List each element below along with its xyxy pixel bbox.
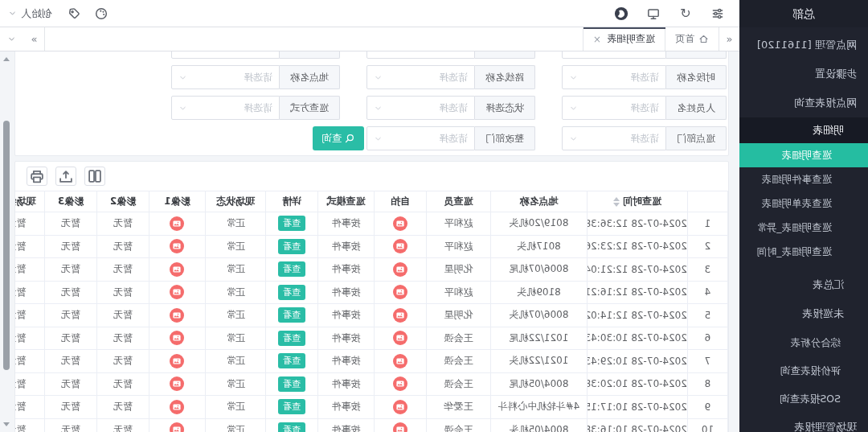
filter-select[interactable]: 请选择 xyxy=(562,96,666,120)
filter-select[interactable]: 请选择 xyxy=(171,96,280,120)
filter-select[interactable]: 请选择 xyxy=(171,65,280,89)
scrollbar-thumb[interactable] xyxy=(3,121,10,370)
palette-icon[interactable] xyxy=(94,6,108,21)
view-button[interactable]: 查看 xyxy=(278,285,305,300)
sidebar-item-8[interactable]: 巡查明细表_时间 xyxy=(739,240,868,264)
tag-icon[interactable] xyxy=(67,6,81,21)
photo-thumbnail-icon[interactable] xyxy=(393,239,407,253)
close-icon[interactable]: × xyxy=(593,35,601,44)
tabs-scroll-right[interactable]: » xyxy=(24,27,45,51)
photo-thumbnail-icon[interactable] xyxy=(393,331,407,345)
filter-select[interactable] xyxy=(366,51,475,59)
scroll-up-icon[interactable] xyxy=(3,56,10,63)
cell: 按事件 xyxy=(318,235,375,258)
printer-icon[interactable] xyxy=(27,167,47,186)
screen-icon[interactable] xyxy=(646,6,661,21)
filter-select[interactable]: 请选择 xyxy=(366,65,475,89)
sidebar-item-3[interactable]: 明细表 xyxy=(739,117,868,143)
view-button[interactable]: 查看 xyxy=(278,307,305,323)
selfie-cell xyxy=(375,304,427,327)
photo-thumbnail-icon[interactable] xyxy=(170,354,185,368)
sidebar-item-11[interactable]: 综合分析表 xyxy=(739,328,868,356)
search-button[interactable]: 查询 xyxy=(313,126,364,150)
view-button[interactable]: 查看 xyxy=(278,376,305,392)
photo-thumbnail-icon[interactable] xyxy=(170,308,185,323)
tabs-dropdown[interactable] xyxy=(0,27,24,51)
chevron-down-icon xyxy=(374,104,383,113)
view-button[interactable]: 查看 xyxy=(278,261,305,277)
photo-thumbnail-icon[interactable] xyxy=(170,262,185,277)
filter-select[interactable]: 请选择 xyxy=(366,126,475,150)
sidebar-item-13[interactable]: SOS报表查询 xyxy=(739,385,868,413)
sidebar-item-7[interactable]: 巡查明细表_异常 xyxy=(739,216,868,240)
cell: 暂无 xyxy=(45,418,97,432)
sort-icon[interactable] xyxy=(613,197,620,207)
sidebar-item-14[interactable]: 现场管理报表 xyxy=(739,413,868,432)
refresh-icon[interactable]: ↺ xyxy=(678,6,693,21)
photo-thumbnail-icon[interactable] xyxy=(393,422,407,432)
cell: 2024-07-28 12:16:21 xyxy=(588,281,688,304)
view-button[interactable]: 查看 xyxy=(278,399,305,414)
photo-thumbnail-icon[interactable] xyxy=(393,400,407,414)
cell: 2 xyxy=(688,235,728,258)
sidebar-item-6[interactable]: 巡查表单明细表 xyxy=(739,191,868,216)
scroll-down-icon[interactable] xyxy=(3,421,10,427)
filter-select[interactable]: 请选择 xyxy=(562,65,666,89)
tab-home[interactable]: 首页 xyxy=(665,27,719,51)
cell: 2024-07-28 10:17:15 xyxy=(588,396,688,419)
sidebar-item-1[interactable]: 步骤设置 xyxy=(739,60,868,88)
placeholder: 请选择 xyxy=(383,132,468,146)
filter-lines-icon[interactable] xyxy=(710,6,725,21)
cell: 1021/22机头 xyxy=(491,350,588,373)
sidebar-item-5[interactable]: 巡查事件明细表 xyxy=(739,167,868,191)
chevron-down-icon xyxy=(569,73,578,82)
photo-thumbnail-icon[interactable] xyxy=(393,354,407,368)
cell: 8017机头 xyxy=(491,235,588,258)
filter-select[interactable] xyxy=(562,51,666,59)
photo-thumbnail-icon[interactable] xyxy=(393,376,407,391)
view-button[interactable]: 查看 xyxy=(278,422,305,432)
user-name: 创始人 xyxy=(21,6,52,21)
filter-field-2-1: 状态选择请选择 xyxy=(366,96,535,120)
tab-current[interactable]: 巡查明细表× xyxy=(583,27,665,51)
photo-thumbnail-icon[interactable] xyxy=(170,376,185,391)
filter-label: 巡点部门 xyxy=(666,126,727,150)
view-button[interactable]: 查看 xyxy=(278,331,305,346)
filter-select[interactable] xyxy=(171,51,280,59)
sidebar-item-2[interactable]: 网点报表查询 xyxy=(739,88,868,117)
photo-thumbnail-icon[interactable] xyxy=(393,262,407,277)
cell: 暂无 xyxy=(45,327,97,350)
image1-cell xyxy=(149,281,206,304)
col-header-1[interactable]: 巡查时间 xyxy=(588,191,688,212)
tabs-scroll-left[interactable]: « xyxy=(719,27,739,51)
sidebar-item-0[interactable]: 网点管理 [1161120] xyxy=(739,31,868,60)
photo-thumbnail-icon[interactable] xyxy=(170,400,185,414)
photo-thumbnail-icon[interactable] xyxy=(170,422,185,432)
view-button[interactable]: 查看 xyxy=(278,239,305,254)
moon-icon[interactable] xyxy=(614,6,628,21)
photo-thumbnail-icon[interactable] xyxy=(393,285,407,299)
sidebar-item-10[interactable]: 未巡报表 xyxy=(739,299,868,328)
photo-thumbnail-icon[interactable] xyxy=(393,216,407,231)
view-button[interactable]: 查看 xyxy=(278,353,305,368)
cell: 暂无 xyxy=(97,304,149,327)
photo-thumbnail-icon[interactable] xyxy=(170,331,185,345)
cell: 正常 xyxy=(206,212,266,236)
sidebar-item-9[interactable]: 汇总表 xyxy=(739,270,868,299)
cell: 暂无 xyxy=(14,281,45,304)
export-icon[interactable] xyxy=(55,167,76,186)
filter-select[interactable]: 请选择 xyxy=(562,126,666,150)
view-button[interactable]: 查看 xyxy=(278,216,305,231)
sidebar-item-4[interactable]: 巡查明细表 xyxy=(739,143,868,167)
sidebar-item-12[interactable]: 评价报表查询 xyxy=(739,356,868,385)
filter-field-3-1: 整改部门请选择 xyxy=(366,126,535,150)
filter-select[interactable]: 请选择 xyxy=(366,96,475,120)
photo-thumbnail-icon[interactable] xyxy=(170,285,185,299)
chevron-down-icon xyxy=(8,9,17,18)
photo-thumbnail-icon[interactable] xyxy=(170,239,185,253)
user-menu[interactable]: 创始人 xyxy=(8,6,52,21)
photo-thumbnail-icon[interactable] xyxy=(393,308,407,323)
columns-icon[interactable] xyxy=(84,167,105,186)
filter-field-3-0: 巡点部门请选择 xyxy=(562,126,727,150)
photo-thumbnail-icon[interactable] xyxy=(170,216,185,231)
